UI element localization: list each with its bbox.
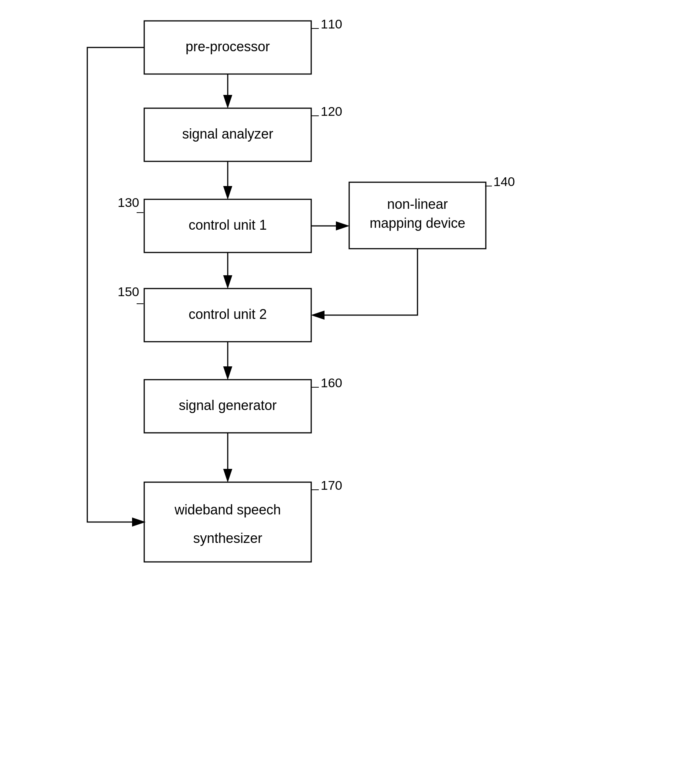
non-linear-mapping-label-1: non-linear bbox=[387, 196, 448, 212]
ref-120: 120 bbox=[321, 104, 342, 119]
ref-110: 110 bbox=[321, 17, 342, 31]
ref-160: 160 bbox=[321, 376, 342, 390]
control-unit-2-label: control unit 2 bbox=[189, 306, 267, 322]
non-linear-mapping-label-2: mapping device bbox=[370, 215, 465, 231]
wideband-speech-synthesizer-label-2: synthesizer bbox=[193, 530, 262, 546]
arrow-nlm-to-cu2 bbox=[313, 249, 417, 315]
wideband-speech-synthesizer-box bbox=[144, 482, 311, 562]
wideband-speech-synthesizer-label-1: wideband speech bbox=[174, 502, 281, 517]
signal-analyzer-label: signal analyzer bbox=[182, 126, 273, 142]
ref-170: 170 bbox=[321, 478, 342, 492]
signal-generator-label: signal generator bbox=[179, 397, 277, 413]
diagram-container: pre-processor 110 signal analyzer 120 co… bbox=[0, 0, 690, 784]
ref-130: 130 bbox=[118, 195, 139, 209]
control-unit-1-label: control unit 1 bbox=[189, 217, 267, 233]
pre-processor-label: pre-processor bbox=[186, 39, 270, 54]
ref-140: 140 bbox=[493, 174, 515, 189]
ref-150: 150 bbox=[118, 284, 139, 299]
